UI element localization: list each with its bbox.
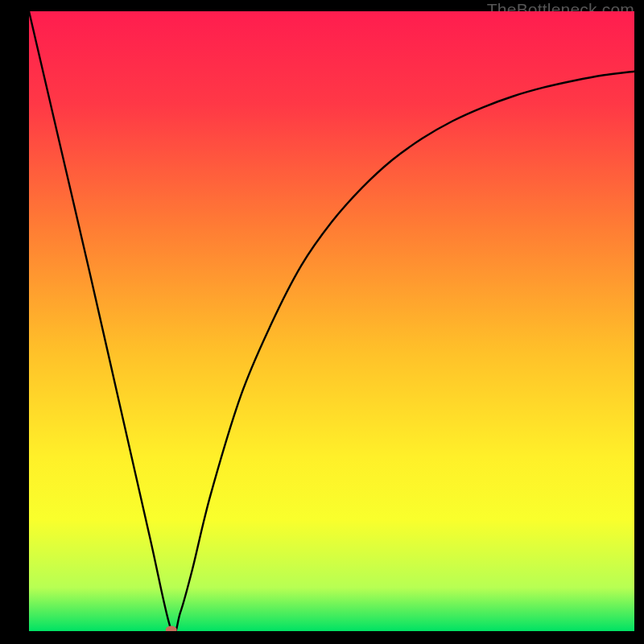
chart-frame: TheBottleneck.com (0, 0, 644, 644)
gradient-background (29, 11, 634, 631)
chart-svg (29, 11, 634, 631)
chart-plot-area (29, 11, 634, 631)
